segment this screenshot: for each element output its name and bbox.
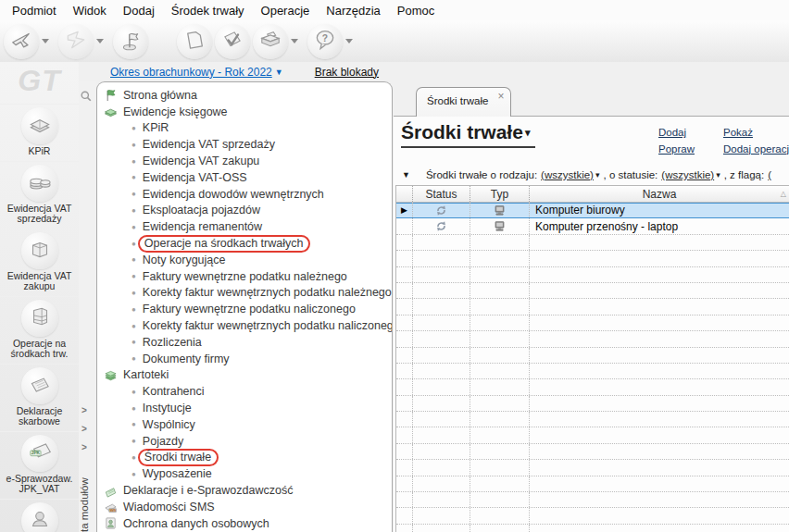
sidebar-module[interactable]: Kontrahenci [0, 499, 79, 532]
menu-item[interactable]: Pomoc [389, 2, 443, 19]
status-filter-link[interactable]: (wszystkie) [661, 169, 714, 180]
sidebar-module[interactable]: Ewidencja VAT zakupu [0, 229, 79, 296]
table-row[interactable]: ▶ Komputer biurowy [396, 203, 789, 218]
empty-table-row[interactable] [396, 379, 789, 395]
empty-table-row[interactable] [396, 364, 789, 379]
toolbar-button[interactable] [177, 24, 212, 59]
toolbar-button[interactable] [4, 24, 39, 59]
empty-table-row[interactable] [396, 460, 789, 476]
page-title[interactable]: Środki trwałe▾ [401, 121, 535, 148]
empty-table-row[interactable] [396, 427, 789, 443]
sidebar-module[interactable]: Deklaracje skarbowe [0, 364, 79, 431]
tree-item[interactable]: Ochrona danych osobowych [104, 515, 390, 532]
menu-item[interactable]: Narzędzia [318, 2, 389, 19]
action-link[interactable]: Dodaj [658, 125, 697, 142]
empty-table-row[interactable] [396, 476, 789, 492]
tree-item[interactable]: Wyposażenie [104, 465, 390, 482]
accounting-period-link[interactable]: Okres obrachunkowy - Rok 2022 [110, 66, 272, 79]
tree-item[interactable]: Noty korygujące [104, 252, 390, 268]
empty-table-row[interactable] [396, 525, 789, 532]
empty-table-row[interactable] [396, 348, 789, 364]
table-row[interactable]: ▶ Komputer przenośny - laptop [396, 218, 789, 234]
action-link[interactable]: Pokaż [723, 125, 789, 142]
action-link[interactable]: Popraw [658, 142, 697, 158]
toolbar-button[interactable] [113, 24, 148, 59]
toolbar-button[interactable] [253, 24, 288, 59]
dropdown-caret-icon[interactable] [42, 39, 49, 43]
status-column-header[interactable]: Status [413, 186, 470, 202]
title-caret-icon[interactable]: ▾ [525, 127, 531, 138]
tree-item[interactable]: Dokumenty firmy [104, 351, 390, 367]
dropdown-caret-icon[interactable] [291, 39, 298, 43]
tree-item[interactable]: Faktury wewnętrzne podatku naliczonego [104, 301, 390, 317]
sidebar-module[interactable]: KPiR [0, 104, 79, 161]
tab-close-icon[interactable]: × [497, 92, 504, 101]
toolbar-button[interactable] [215, 24, 250, 59]
flaga-filter-link[interactable]: ( [768, 169, 771, 180]
tree-item[interactable]: Kontrahenci [104, 383, 390, 400]
dropdown-caret-icon[interactable] [345, 39, 353, 43]
tree-item[interactable]: Ewidencja VAT zakupu [104, 153, 390, 169]
tree-item[interactable]: Operacje na środkach trwałych [104, 235, 390, 252]
module-strip-vertical-label[interactable]: ta modułów [79, 459, 96, 532]
tree-item[interactable]: KPiR [104, 120, 390, 137]
empty-table-row[interactable] [396, 508, 789, 524]
menu-item[interactable]: Dodaj [115, 2, 163, 19]
tree-item[interactable]: Ewidencja remanentów [104, 218, 390, 235]
menu-item[interactable]: Operacje [253, 2, 319, 19]
empty-table-row[interactable] [396, 331, 789, 347]
empty-table-row[interactable] [396, 396, 789, 412]
status-caret-icon[interactable]: ▾ [716, 170, 720, 179]
nazwa-column-header[interactable]: Nazwa △ [530, 186, 789, 202]
filter-expander-icon[interactable]: ▼ [402, 170, 410, 179]
rodzaj-caret-icon[interactable]: ▾ [595, 170, 600, 179]
tree-item[interactable]: Ewidencje księgowe [104, 104, 390, 120]
tree-item[interactable]: Ewidencja VAT-OSS [104, 169, 390, 186]
empty-table-row[interactable] [396, 283, 789, 299]
dropdown-caret-icon[interactable] [96, 39, 104, 43]
empty-table-row[interactable] [396, 315, 789, 331]
magnifier-icon[interactable] [80, 90, 93, 103]
menu-item[interactable]: Podmiot [4, 2, 65, 19]
tree-item[interactable]: Korekty faktur wewnętrznych podatku nale… [104, 285, 390, 302]
empty-table-row[interactable] [396, 492, 789, 508]
empty-table-row[interactable] [396, 299, 789, 315]
tree-item[interactable]: Rozliczenia [104, 334, 390, 351]
declarations-icon [104, 484, 118, 498]
tree-item[interactable]: Korekty faktur wewnętrznych podatku nali… [104, 317, 390, 334]
tree-item[interactable]: Kartoteki [104, 367, 390, 384]
tree-item[interactable]: Ewidencja VAT sprzedaży [104, 136, 390, 153]
typ-column-header[interactable]: Typ [470, 186, 530, 202]
tree-item[interactable]: Wspólnicy [104, 416, 390, 433]
tree-item[interactable]: Faktury wewnętrzne podatku należnego [104, 268, 390, 285]
action-link[interactable]: Dodaj operację▾ [723, 142, 789, 159]
tree-item[interactable]: Deklaracje i e-Sprawozdawczość [104, 482, 390, 499]
tree-item[interactable]: Ewidencja dowodów wewnętrznych [104, 186, 390, 203]
empty-table-row[interactable] [396, 251, 789, 266]
selector-column-header[interactable] [396, 186, 413, 202]
tab-srodki-trwale[interactable]: Środki trwałe × [416, 87, 511, 117]
tree-item[interactable]: SMS Wiadomości SMS [104, 499, 390, 515]
chevron-right-icon: > [81, 442, 87, 452]
tree-item[interactable]: Strona główna [104, 87, 390, 104]
lock-status-link[interactable]: Brak blokady [315, 66, 379, 79]
empty-table-row[interactable] [396, 444, 789, 460]
rodzaj-filter-link[interactable]: (wszystkie) [541, 169, 594, 180]
menu-item[interactable]: Środek trwały [163, 2, 253, 19]
sidebar-module[interactable]: JPK e-Sprawozdaw. JPK_VAT [0, 431, 79, 499]
tree-item[interactable]: Pojazdy [104, 433, 390, 450]
empty-table-row[interactable] [396, 412, 789, 427]
strip-chevrons[interactable]: > > > [81, 405, 87, 452]
toolbar-button[interactable] [58, 24, 94, 59]
period-caret-icon[interactable]: ▼ [275, 68, 283, 77]
tree-item[interactable]: Środki trwałe [104, 450, 390, 466]
empty-table-row[interactable] [396, 235, 789, 251]
toolbar-button[interactable]: ? [307, 24, 343, 59]
empty-table-row[interactable] [396, 267, 789, 283]
sidebar-module[interactable]: Operacje na środkach trw. [0, 296, 79, 364]
tree-item[interactable]: Instytucje [104, 400, 390, 416]
tree-item[interactable]: Eksploatacja pojazdów [104, 203, 390, 219]
sidebar-module[interactable]: Ewidencja VAT sprzedaży [0, 161, 79, 229]
menu-item[interactable]: Widok [65, 2, 115, 19]
bullet-icon [132, 437, 136, 445]
